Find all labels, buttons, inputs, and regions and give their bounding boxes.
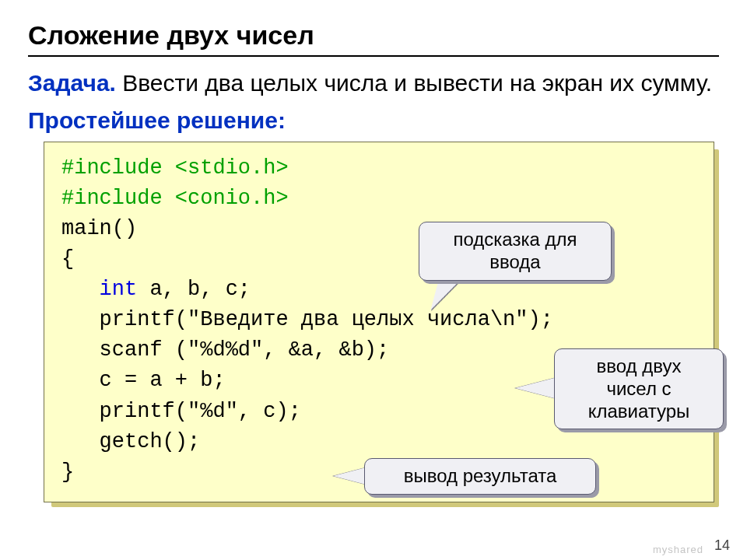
code-line-1a: #include [61,156,175,180]
code-block: #include <stdio.h> #include <conio.h> ma… [44,142,714,503]
callout-tail-2 [515,377,557,399]
callout-hint-input-two-numbers: ввод двух чисел с клавиатуры [554,348,724,429]
solution-heading: Простейшее решение: [28,107,719,134]
code-line-3: main() [61,217,137,240]
callout-hint-output-result: вывод результата [364,458,596,495]
code-line-1b: <stdio.h> [175,156,289,180]
code-box: #include <stdio.h> #include <conio.h> ma… [44,142,714,503]
code-line-9: printf("%d", c); [61,400,301,423]
page-number: 14 [714,537,730,554]
task-label: Задача. [28,70,116,96]
code-line-2a: #include [61,187,175,210]
watermark: myshared [653,544,703,555]
code-line-5c: a, b, c; [137,278,251,301]
code-line-7: scanf ("%d%d", &a, &b); [61,338,389,362]
code-line-8: c = a + b; [61,369,226,392]
page-title: Сложение двух чисел [28,20,719,57]
code-line-6: printf("Введите два целых числа\n"); [61,308,553,331]
slide: Сложение двух чисел Задача. Ввести два ц… [0,0,747,560]
task-text: Задача. Ввести два целых числа и вывести… [28,68,719,100]
code-line-5a [61,278,100,301]
code-line-5b: int [100,278,138,301]
code-line-10: getch(); [61,430,200,453]
task-body: Ввести два целых числа и вывести на экра… [116,70,712,96]
callout-hint-input-prompt: подсказка для ввода [419,222,612,281]
code-line-4: { [61,247,74,271]
code-line-2b: <conio.h> [175,187,289,210]
code-line-11: } [61,460,74,484]
